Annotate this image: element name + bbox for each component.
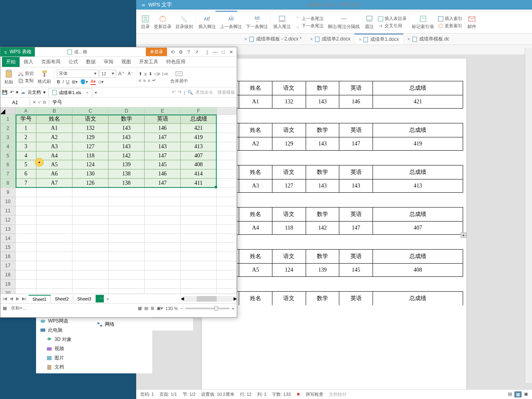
row-header[interactable]: 3 bbox=[0, 133, 16, 142]
column-header[interactable]: E bbox=[145, 107, 181, 114]
row-header[interactable]: 12 bbox=[0, 216, 16, 225]
score-table[interactable]: 学号姓名语文数学英语总成绩3A3127143143413 bbox=[205, 165, 463, 193]
column-header[interactable]: F bbox=[181, 107, 217, 114]
table-cell[interactable]: 143 bbox=[306, 137, 339, 151]
redo-icon[interactable]: ↷ bbox=[178, 90, 181, 95]
cell[interactable] bbox=[181, 289, 217, 294]
cell[interactable]: 129 bbox=[73, 133, 109, 142]
cell[interactable] bbox=[73, 261, 109, 270]
table-header-cell[interactable]: 姓名 bbox=[239, 208, 272, 222]
cell[interactable] bbox=[36, 225, 73, 234]
cell[interactable] bbox=[16, 261, 36, 270]
cell[interactable] bbox=[109, 206, 145, 216]
cell[interactable] bbox=[36, 234, 73, 243]
cell[interactable]: 118 bbox=[73, 151, 109, 161]
table-header-cell[interactable]: 姓名 bbox=[239, 250, 272, 264]
column-header[interactable]: A bbox=[16, 107, 36, 114]
prev-footnote-button[interactable]: AB 上一条脚注 bbox=[218, 14, 244, 30]
doc-tab-0[interactable]: ×成绩单模板 - 2.docx * bbox=[240, 34, 306, 44]
menu-layout[interactable]: 页面布局 bbox=[37, 57, 64, 67]
cell[interactable]: 132 bbox=[73, 124, 109, 133]
cell[interactable] bbox=[145, 206, 181, 216]
row-header[interactable]: 18 bbox=[0, 270, 16, 280]
align-right-icon[interactable]: ≡ bbox=[148, 78, 150, 83]
cancel-icon[interactable]: ✕ bbox=[32, 100, 36, 105]
cell[interactable]: 3 bbox=[16, 142, 36, 151]
row-header[interactable]: 14 bbox=[0, 234, 16, 243]
table-cell[interactable]: A2 bbox=[239, 137, 272, 151]
cell[interactable] bbox=[73, 206, 109, 216]
toc-level-button[interactable]: 123 目录级别 bbox=[174, 14, 195, 30]
table-cell[interactable]: 413 bbox=[373, 179, 463, 193]
cell[interactable] bbox=[181, 261, 217, 270]
cell[interactable] bbox=[16, 188, 36, 197]
table-header-cell[interactable]: 总成绩 bbox=[373, 208, 463, 222]
table-header-cell[interactable]: 语文 bbox=[272, 123, 306, 137]
row-header[interactable]: 11 bbox=[0, 206, 16, 216]
row-header[interactable]: 10 bbox=[0, 197, 16, 206]
view-page-icon[interactable]: ▤ bbox=[144, 306, 148, 311]
caption-button[interactable]: 题注 bbox=[363, 14, 375, 30]
menu-start[interactable]: 开始 bbox=[2, 57, 20, 67]
table-header-cell[interactable]: 语文 bbox=[272, 81, 306, 95]
cell[interactable] bbox=[109, 225, 145, 234]
cell[interactable] bbox=[145, 252, 181, 261]
table-header-cell[interactable]: 总成绩 bbox=[373, 123, 463, 137]
row-header[interactable]: 6 bbox=[0, 160, 16, 169]
undo-icon[interactable]: ↶ bbox=[172, 90, 175, 95]
cell[interactable] bbox=[145, 197, 181, 206]
cell[interactable] bbox=[73, 197, 109, 206]
align-top-icon[interactable]: ⬆ bbox=[139, 71, 142, 77]
table-header-cell[interactable]: 数学 bbox=[306, 81, 339, 95]
zoom-level[interactable]: 130 % bbox=[165, 306, 178, 311]
table-cell[interactable]: A5 bbox=[239, 264, 272, 277]
close-icon[interactable]: × bbox=[244, 36, 247, 42]
table-header-cell[interactable]: 英语 bbox=[339, 81, 373, 95]
cell[interactable]: 1 bbox=[16, 124, 36, 133]
clear-format-button[interactable]: ◇▾ bbox=[98, 79, 104, 85]
table-header-cell[interactable]: 总成绩 bbox=[373, 165, 463, 179]
view-mode-icon[interactable]: ▣ bbox=[524, 391, 528, 397]
update-index-button[interactable]: 更新索引 bbox=[436, 22, 464, 29]
cell[interactable]: 姓名 bbox=[36, 115, 73, 124]
cell[interactable] bbox=[16, 206, 36, 216]
close-icon[interactable]: × bbox=[310, 36, 313, 42]
table-header-cell[interactable]: 姓名 bbox=[239, 123, 272, 137]
side-pane[interactable] bbox=[525, 48, 532, 383]
first-sheet-icon[interactable]: |◀ bbox=[2, 296, 8, 301]
font-size-select[interactable]: 12▾ bbox=[99, 70, 116, 78]
cell[interactable]: 5 bbox=[16, 160, 36, 169]
decrease-font-icon[interactable]: A⁻ bbox=[127, 71, 134, 76]
indent-left-icon[interactable]: ◁≡ bbox=[154, 71, 160, 77]
cell[interactable] bbox=[181, 216, 217, 225]
view-break-icon[interactable]: ⊞ bbox=[151, 306, 154, 311]
table-cell[interactable]: 124 bbox=[272, 264, 306, 277]
cell[interactable]: 143 bbox=[109, 124, 145, 133]
score-table[interactable]: 学号姓名语文数学英语总成绩2A2129143147419 bbox=[205, 123, 463, 151]
cell[interactable] bbox=[109, 188, 145, 197]
row-header[interactable]: 19 bbox=[0, 280, 16, 289]
row-header[interactable]: 9 bbox=[0, 188, 16, 197]
menu-formula[interactable]: 公式 bbox=[64, 57, 82, 67]
cell[interactable] bbox=[73, 270, 109, 280]
close-icon[interactable]: ✕ bbox=[228, 49, 234, 55]
column-header[interactable]: B bbox=[36, 107, 73, 114]
prev-sheet-icon[interactable]: ◀ bbox=[8, 296, 14, 301]
cell[interactable]: 126 bbox=[73, 179, 109, 188]
status-spell[interactable]: 拼写检查 bbox=[306, 391, 323, 397]
cell[interactable] bbox=[109, 280, 145, 289]
cell[interactable]: A2 bbox=[36, 133, 73, 142]
table-header-cell[interactable]: 英语 bbox=[339, 165, 373, 179]
cell[interactable] bbox=[36, 280, 73, 289]
cut-button[interactable]: 剪切 bbox=[16, 70, 35, 77]
cell[interactable] bbox=[16, 243, 36, 252]
cell[interactable] bbox=[145, 270, 181, 280]
explorer-network[interactable]: 网络 bbox=[95, 320, 191, 329]
merge-center-button[interactable]: 合并居中 bbox=[169, 69, 189, 85]
bold-button[interactable]: B bbox=[57, 79, 60, 84]
table-cell[interactable]: 147 bbox=[339, 137, 373, 151]
copy-button[interactable]: 复制 bbox=[16, 77, 35, 84]
row-header[interactable]: 1 bbox=[0, 115, 16, 124]
table-header-cell[interactable]: 姓名 bbox=[239, 165, 272, 179]
table-cell[interactable]: 143 bbox=[339, 179, 373, 193]
